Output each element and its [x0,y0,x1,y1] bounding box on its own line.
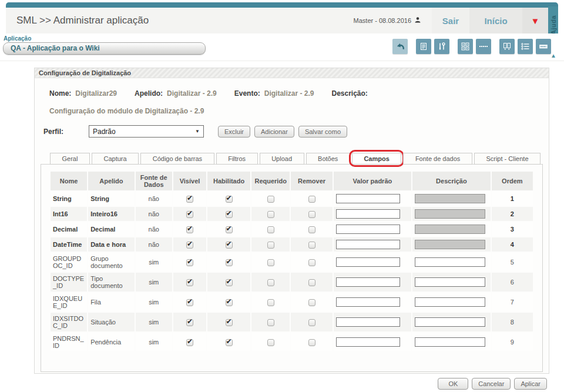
valor-padrao-input[interactable] [336,317,401,327]
remover-checkbox[interactable] [308,211,315,218]
requerido-checkbox[interactable] [267,211,274,218]
logout-button[interactable]: Sair [432,8,469,33]
pages-button[interactable] [499,39,515,54]
habilitado-checkbox[interactable] [226,279,233,286]
habilitado-checkbox[interactable] [226,299,233,306]
requerido-checkbox[interactable] [267,279,274,286]
habilitado-checkbox[interactable] [226,196,233,203]
tools-button[interactable] [434,39,449,54]
evento-label: Evento: [234,89,260,98]
excluir-button[interactable]: Excluir [218,126,250,138]
remover-checkbox[interactable] [308,196,315,203]
visivel-checkbox[interactable] [186,211,193,218]
field-alias: Decimal [88,222,135,236]
habilitado-checkbox[interactable] [226,226,233,233]
habilitado-checkbox[interactable] [226,339,233,346]
adicionar-button[interactable]: Adicionar [254,126,294,138]
field-alias: String [88,192,135,206]
habilitado-checkbox[interactable] [226,211,233,218]
field-data-source: sim [136,293,172,311]
descricao-input[interactable] [415,257,485,267]
header: SML >> Administrar aplicação Master - 08… [6,8,548,33]
remover-checkbox[interactable] [308,242,315,249]
dots-button[interactable] [476,39,491,54]
menu-dropdown-button[interactable]: ▼ [522,8,548,33]
visivel-checkbox[interactable] [186,339,193,346]
habilitado-checkbox[interactable] [226,242,233,249]
remover-checkbox[interactable] [308,299,315,306]
tab-geral[interactable]: Geral [50,153,90,165]
nome-label: Nome: [49,89,71,98]
field-data-source: sim [136,333,172,351]
table-row: StringStringnão1 [51,192,533,206]
descricao-input[interactable] [415,317,485,327]
tab-label: Botões [318,155,338,162]
tab-fonte-de-dados[interactable]: Fonte de dados [403,153,472,165]
modules-button[interactable] [458,39,473,54]
requerido-checkbox[interactable] [267,299,274,306]
descricao-input [415,194,485,203]
user-icon [414,16,421,25]
habilitado-checkbox[interactable] [226,259,233,266]
form-button[interactable] [416,39,431,54]
remover-checkbox[interactable] [308,339,315,346]
tab-captura[interactable]: Captura [92,153,139,165]
ok-button[interactable]: OK [438,378,468,390]
descricao-input [415,225,485,234]
tab-codigo-de-barras[interactable]: Código de barras [140,153,214,165]
valor-padrao-input[interactable] [336,209,401,219]
remover-checkbox[interactable] [308,226,315,233]
remover-checkbox[interactable] [308,259,315,266]
apelido-label: Apelido: [135,89,163,98]
descricao-input[interactable] [415,277,485,287]
tab-upload[interactable]: Upload [260,153,304,165]
requerido-checkbox[interactable] [267,196,274,203]
valor-padrao-input[interactable] [336,225,401,234]
valor-padrao-input[interactable] [336,194,401,203]
habilitado-checkbox[interactable] [226,319,233,326]
requerido-checkbox[interactable] [267,319,274,326]
field-data-source: não [136,222,172,236]
visivel-checkbox[interactable] [186,319,193,326]
visivel-checkbox[interactable] [186,259,193,266]
tab-campos[interactable]: Campos [352,153,401,165]
perfil-label: Perfil: [39,128,89,136]
command-button-button[interactable] [536,39,551,54]
back-button[interactable] [392,39,408,54]
application-selector[interactable]: QA - Aplicação para o Wiki [3,42,206,55]
visivel-checkbox[interactable] [186,196,193,203]
apelido-value: Digitalizar - 2.9 [167,89,217,98]
module-info-row: Nome: Digitalizar29 Apelido: Digitalizar… [49,89,549,98]
visivel-checkbox[interactable] [186,299,193,306]
descricao-label: Descrição: [331,89,367,98]
home-button[interactable]: Início [469,8,522,33]
list-button[interactable] [518,39,533,54]
valor-padrao-input[interactable] [336,297,401,307]
visivel-checkbox[interactable] [186,279,193,286]
aplicar-button[interactable]: Aplicar [514,378,547,390]
valor-padrao-input[interactable] [336,337,401,347]
collapse-panel-icon[interactable]: ▲ [550,53,556,59]
salvar-como-button[interactable]: Salvar como [298,126,347,138]
visivel-checkbox[interactable] [186,242,193,249]
requerido-checkbox[interactable] [267,226,274,233]
requerido-checkbox[interactable] [267,259,274,266]
field-name: Int16 [51,207,87,221]
tab-filtros[interactable]: Filtros [216,153,258,165]
tab-botoes[interactable]: Botões [306,153,350,165]
descricao-input[interactable] [415,337,485,347]
descricao-input[interactable] [415,297,485,307]
remover-checkbox[interactable] [308,279,315,286]
tab-label: Script - Cliente [486,155,528,162]
perfil-select[interactable]: Padrão ▼ [89,125,204,138]
valor-padrao-input[interactable] [336,277,401,287]
requerido-checkbox[interactable] [267,339,274,346]
remover-checkbox[interactable] [308,319,315,326]
visivel-checkbox[interactable] [186,226,193,233]
column-header-valor-padrao: Valor padrão [334,172,411,190]
valor-padrao-input[interactable] [336,257,401,267]
requerido-checkbox[interactable] [267,242,274,249]
valor-padrao-input[interactable] [336,240,401,249]
cancelar-button[interactable]: Cancelar [472,378,511,390]
tab-script-cliente[interactable]: Script - Cliente [474,153,540,165]
